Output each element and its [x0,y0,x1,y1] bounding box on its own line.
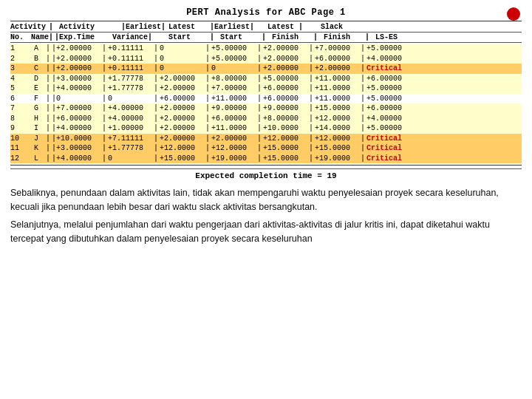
cell-pipe1: | [46,74,52,84]
cell-no: 5 [10,83,27,94]
cell-pipe5: | [309,123,315,134]
cell-variance-val: +1.77778 [108,83,154,94]
cell-pipe1: | [46,114,52,124]
cell-pipe2: | [154,134,160,144]
cell-es: +15.0000 [160,154,205,164]
cell-pipe1: | [46,103,52,114]
cell-pipe2: | [154,94,160,104]
cell-ef: +12.0000 [211,143,257,154]
h2-start: Start [164,33,210,41]
cell-variance-val: +0.11111 [108,54,154,64]
cell-pipe5: | [309,103,315,114]
cell-exptime: |+3.00000 [52,143,102,154]
table-row: 1 A | |+2.00000 | +0.11111 | 0 | +5.0000… [10,44,522,54]
cell-finish: +11.0000 [315,83,361,94]
cell-no: 4 [10,74,27,84]
cell-pipe1: | [46,123,52,134]
cell-variance-val: +4.00000 [108,103,154,114]
cell-pipe3: | [205,143,211,154]
h2-lses: LS-ES [371,33,408,41]
cell-ef: +6.00000 [211,114,257,124]
cell-slack: +6.00000 [366,74,415,84]
cell-slack: +5.00000 [366,123,415,134]
cell-variance: | [102,143,108,154]
cell-pipe3: | [205,44,211,54]
cell-pipe1: | [46,134,52,144]
cell-pipe2: | [154,44,160,54]
cell-lf: +8.00000 [263,114,309,124]
cell-ef: +11.0000 [211,123,257,134]
cell-slack: Critical [366,64,415,74]
cell-no: 6 [10,94,27,104]
table-row: 11 K | |+3.00000 | +1.77778 | +12.0000 |… [10,143,522,154]
cell-exptime: |+4.00000 [52,123,102,134]
cell-finish: +7.00000 [315,44,361,54]
cell-finish: +2.00000 [315,64,361,74]
cell-lf: +12.0000 [263,134,309,144]
cell-no: 12 [10,154,27,164]
cell-variance-val: +7.11111 [108,134,154,144]
expected-line: Expected completion time = 19 [10,168,522,180]
cell-lf: +5.00000 [263,74,309,84]
h2-pipe4: | [313,33,319,41]
cell-pipe3: | [205,114,211,124]
body-para1: Sebaliknya, penundaan dalam aktivitas la… [10,186,522,215]
cell-pipe6: | [361,134,366,144]
cell-exptime: |+6.00000 [52,114,102,124]
table-body: 1 A | |+2.00000 | +0.11111 | 0 | +5.0000… [10,44,522,163]
cell-pipe5: | [309,83,315,94]
cell-es: 0 [160,44,205,54]
cell-name: L [27,154,46,164]
cell-finish: +15.0000 [315,103,361,114]
page-title: PERT Analysis for ABC Page 1 [10,7,522,18]
top-divider [10,21,522,21]
cell-pipe2: | [154,114,160,124]
cell-variance: | [102,54,108,64]
h2-name: Name [27,33,49,41]
h2-finish2: Finish [319,33,365,41]
table-row: 5 E | |+4.00000 | +1.77778 | +2.00000 | … [10,83,522,94]
h1-latest2: Latest | [263,23,316,31]
h2-variance: Variance| [108,33,164,41]
cell-pipe4: | [257,134,263,144]
h1-pipe: | [49,23,55,31]
cell-slack: Critical [366,154,415,164]
cell-pipe4: | [257,103,263,114]
cell-pipe2: | [154,123,160,134]
cell-exptime: |+4.00000 [52,83,102,94]
cell-pipe5: | [309,114,315,124]
cell-pipe4: | [257,154,263,164]
body-text: Sebaliknya, penundaan dalam aktivitas la… [10,186,522,247]
cell-pipe3: | [205,154,211,164]
table-row: 9 I | |+4.00000 | +1.00000 | +2.00000 | … [10,123,522,134]
cell-variance-val: 0 [108,154,154,164]
cell-pipe3: | [205,74,211,84]
cell-variance: | [102,154,108,164]
cell-pipe4: | [257,114,263,124]
h1-earliest2: |Earliest| [210,23,263,31]
cell-pipe6: | [361,114,366,124]
cell-lf: +2.00000 [263,54,309,64]
page-container: PERT Analysis for ABC Page 1 Activity | … [0,0,532,399]
h2-pipe5: | [365,33,371,41]
cell-pipe2: | [154,54,160,64]
cell-exptime: |+10.0000 [52,134,102,144]
cell-variance: | [102,123,108,134]
cell-pipe2: | [154,103,160,114]
cell-pipe5: | [309,154,315,164]
cell-ef: +5.00000 [211,54,257,64]
cell-slack: +4.00000 [366,114,415,124]
cell-pipe6: | [361,44,366,54]
cell-no: 7 [10,103,27,114]
cell-pipe3: | [205,83,211,94]
h2-no: No. [10,33,27,41]
cell-pipe4: | [257,64,263,74]
cell-name: E [27,83,46,94]
cell-pipe1: | [46,143,52,154]
cell-pipe3: | [205,94,211,104]
cell-lf: +15.0000 [263,143,309,154]
cell-exptime: |+7.00000 [52,103,102,114]
cell-pipe6: | [361,154,366,164]
cell-pipe4: | [257,54,263,64]
cell-name: C [27,64,46,74]
